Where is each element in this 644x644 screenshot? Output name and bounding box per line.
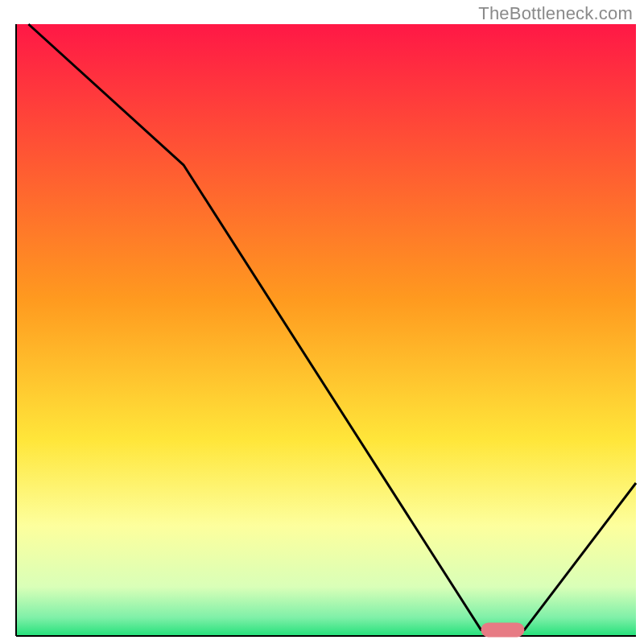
watermark-text: TheBottleneck.com: [478, 3, 633, 24]
plot-background: [16, 24, 636, 636]
chart-container: { "watermark": "TheBottleneck.com", "cha…: [0, 0, 644, 644]
optimal-marker: [481, 622, 525, 637]
chart-svg: [0, 0, 644, 644]
